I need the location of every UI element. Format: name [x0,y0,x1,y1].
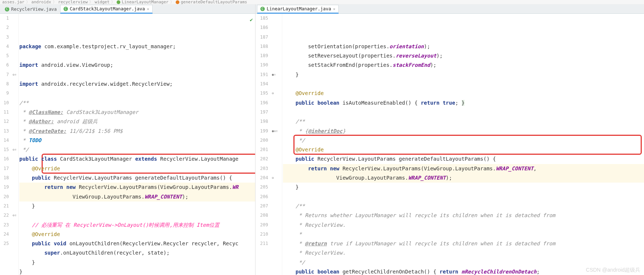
code-line[interactable]: @Override [19,164,255,173]
code-line[interactable]: /** [283,202,644,211]
breadcrumb-item[interactable]: LinearLayoutManager [122,0,169,4]
code-line[interactable]: } [283,183,644,192]
close-icon[interactable]: × [333,7,335,12]
gutter-annotation[interactable] [12,173,18,183]
code-line[interactable] [19,89,255,98]
right-gutter2[interactable]: ●↑⊖●⊖↑⊖ [271,14,282,275]
gutter-annotation[interactable]: ⊖↑ [12,145,18,154]
code-line[interactable]: setStackFromEnd(properties.stackFromEnd)… [283,60,644,70]
gutter-annotation[interactable] [12,164,18,173]
gutter-annotation[interactable]: ⊖↑ [12,211,18,220]
code-line[interactable]: } [19,267,255,275]
code-line[interactable]: */ [283,258,644,267]
gutter-annotation[interactable] [12,220,18,230]
code-line[interactable] [283,108,644,117]
close-icon[interactable]: × [147,7,149,12]
tab-recyclerview-java[interactable]: CRecyclerView.java [1,4,60,13]
code-line[interactable]: ViewGroup.LayoutParams.WRAP_CONTENT); [19,192,255,202]
breadcrumb-item[interactable]: generateDefaultLayoutParams [181,0,247,4]
code-line[interactable]: */ [283,136,644,145]
code-line[interactable]: @Override [283,89,644,98]
gutter-annotation[interactable] [271,79,282,89]
code-line[interactable]: * {@inheritDoc} [283,127,644,136]
left-code[interactable]: package com.example.testproject.rv_layou… [19,14,255,275]
code-line[interactable]: import androidx.recyclerview.widget.Recy… [19,79,255,89]
gutter-annotation[interactable] [271,154,282,164]
gutter-annotation[interactable] [12,60,18,70]
gutter-annotation[interactable] [12,154,18,164]
breadcrumb-item[interactable]: androidx [32,0,51,4]
code-line[interactable] [19,211,255,220]
gutter-annotation[interactable] [12,230,18,239]
gutter-annotation[interactable] [12,183,18,192]
code-line[interactable]: public boolean isAutoMeasureEnabled() { … [283,98,644,108]
gutter-annotation[interactable] [12,23,18,32]
gutter-annotation[interactable] [271,117,282,126]
code-line[interactable]: // 必须重写 在 RecyclerView->OnLayout()时候调用,用… [19,220,255,230]
gutter-annotation[interactable] [12,108,18,117]
code-line[interactable]: } [19,258,255,267]
left-editor[interactable]: ✔ 12345678910111213141516171819202122232… [0,14,255,275]
gutter-annotation[interactable] [271,108,282,117]
code-line[interactable]: public boolean getRecycleChildrenOnDetac… [283,267,644,275]
code-line[interactable]: * @return true if LayoutManager will rec… [283,239,644,248]
gutter-annotation[interactable] [12,89,18,98]
gutter-annotation[interactable] [271,33,282,42]
code-line[interactable]: @Override [283,145,644,154]
gutter-annotation[interactable] [12,117,18,126]
code-line[interactable]: super.onLayoutChildren(recycler, state); [19,248,255,258]
breadcrumb-item[interactable]: recyclerview [58,0,88,4]
tab-linearlayoutmanager-java[interactable]: CLinearLayoutManager.java× [257,5,339,14]
gutter-annotation[interactable] [271,220,282,230]
code-line[interactable]: * @Author: android 超级兵 [19,117,255,126]
code-line[interactable]: * RecyclerView. [283,248,644,258]
code-line[interactable]: } [19,202,255,211]
code-line[interactable]: setOrientation(properties.orientation); [283,42,644,51]
code-line[interactable]: return new RecyclerView.LayoutParams(Vie… [19,183,255,192]
gutter-annotation[interactable] [271,164,282,173]
breadcrumb[interactable]: asses.jar〉androidx〉recyclerview〉widget〉L… [0,0,644,4]
code-line[interactable]: import android.view.ViewGroup; [19,60,255,70]
right-code[interactable]: setOrientation(properties.orientation); … [282,14,644,275]
gutter-annotation[interactable] [271,239,282,248]
code-line[interactable]: /** [283,117,644,126]
code-line[interactable]: public void onLayoutChildren(RecyclerVie… [19,239,255,248]
left-gutter2[interactable]: ⊖↑⊖↑⊖↑ [12,14,19,275]
gutter-annotation[interactable] [271,136,282,145]
code-line[interactable]: * @ClassName: CardStack3LayoutManager [19,108,255,117]
code-line[interactable]: * Returns whether LayoutManager will rec… [283,211,644,220]
code-line[interactable]: * [283,230,644,239]
gutter-annotation[interactable] [271,192,282,202]
gutter-annotation[interactable] [12,14,18,23]
gutter-annotation[interactable]: ●⊖↑ [271,127,282,136]
code-line[interactable]: public RecyclerView.LayoutParams generat… [19,173,255,183]
gutter-annotation[interactable] [271,145,282,154]
breadcrumb-item[interactable]: asses.jar [2,0,25,4]
gutter-annotation[interactable] [271,98,282,108]
gutter-annotation[interactable] [12,127,18,136]
code-line[interactable]: return new RecyclerView.LayoutParams(Vie… [283,164,644,173]
right-editor[interactable]: 1851861871881891901911941951961971981992… [256,14,644,275]
gutter-annotation[interactable] [271,51,282,60]
gutter-annotation[interactable] [12,202,18,211]
gutter-annotation[interactable] [271,60,282,70]
code-line[interactable]: /** [19,98,255,108]
code-line[interactable] [19,70,255,79]
gutter-annotation[interactable] [271,42,282,51]
gutter-annotation[interactable] [12,136,18,145]
gutter-annotation[interactable]: ⊖↑ [12,70,18,79]
gutter-annotation[interactable] [12,192,18,202]
code-line[interactable]: * RecyclerView. [283,220,644,230]
gutter-annotation[interactable] [12,42,18,51]
gutter-annotation[interactable]: ●↑ [271,70,282,79]
code-line[interactable]: @Override [19,230,255,239]
code-line[interactable]: * @CreateDate: 11/6/21$ 1:56 PM$ [19,127,255,136]
code-line[interactable]: setReverseLayout(properties.reverseLayou… [283,51,644,60]
code-line[interactable]: public RecyclerView.LayoutParams generat… [283,154,644,164]
gutter-annotation[interactable]: ⊖ [271,173,282,183]
gutter-annotation[interactable] [12,33,18,42]
code-line[interactable] [283,192,644,202]
gutter-annotation[interactable] [12,79,18,89]
code-line[interactable]: ViewGroup.LayoutParams.WRAP_CONTENT); [283,173,644,183]
gutter-annotation[interactable] [271,14,282,23]
